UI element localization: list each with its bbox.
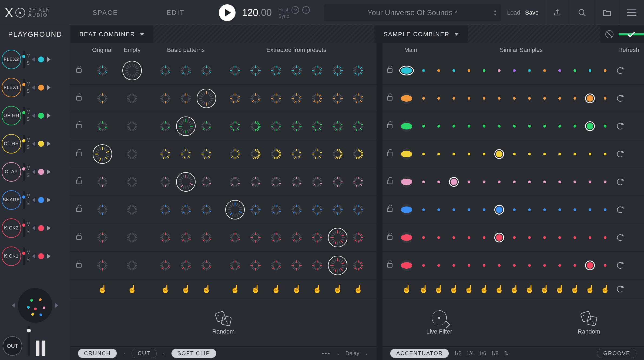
sample-dot[interactable] — [589, 153, 591, 155]
beat-pattern[interactable] — [270, 259, 283, 272]
sample-dot[interactable] — [437, 208, 440, 211]
beat-pattern[interactable] — [200, 148, 213, 161]
solo-button[interactable]: S — [26, 88, 31, 94]
beat-pattern[interactable] — [179, 203, 192, 216]
beat-pattern[interactable] — [290, 231, 303, 244]
sample-dot[interactable] — [558, 69, 561, 72]
fx-prev[interactable]: ‹ — [162, 350, 166, 356]
sample-dot[interactable] — [604, 236, 606, 239]
select-column-icon[interactable]: ☝ — [540, 285, 549, 294]
sample-dot[interactable] — [543, 153, 546, 155]
sample-dot[interactable] — [528, 264, 531, 267]
sample-dot[interactable] — [558, 125, 561, 128]
sample-dot[interactable] — [528, 181, 531, 183]
sample-dot[interactable] — [468, 97, 470, 100]
beat-pattern[interactable] — [200, 120, 213, 133]
lock-button[interactable] — [70, 68, 88, 73]
beat-pattern[interactable] — [290, 92, 303, 105]
beat-pattern[interactable] — [352, 64, 365, 77]
sample-dot[interactable] — [528, 69, 531, 72]
sample-dot[interactable] — [451, 179, 457, 185]
refresh-button[interactable]: Refresh — [618, 46, 644, 54]
beat-pattern[interactable] — [352, 231, 365, 244]
share-icon[interactable] — [545, 0, 569, 25]
select-column-icon[interactable]: ☝ — [464, 285, 474, 294]
beat-pattern[interactable] — [126, 120, 139, 133]
sample-dot[interactable] — [513, 208, 516, 211]
row-refresh-all[interactable] — [613, 286, 628, 292]
solo-button[interactable]: S — [26, 116, 31, 122]
sample-dot[interactable] — [496, 234, 502, 241]
beat-pattern[interactable] — [331, 175, 344, 188]
beat-pattern[interactable] — [311, 259, 324, 272]
track-volume-slider[interactable]: .track:nth-child(2) .track-slider::after… — [23, 79, 25, 96]
xy-next[interactable] — [55, 303, 58, 308]
sample-dot[interactable] — [558, 236, 561, 239]
beat-pattern[interactable] — [200, 231, 213, 244]
beat-pattern[interactable] — [159, 120, 172, 133]
lock-button[interactable] — [383, 152, 397, 156]
track-color-dot[interactable] — [38, 225, 44, 231]
lock-button[interactable] — [70, 208, 88, 212]
sample-dot[interactable] — [468, 264, 470, 267]
sample-dot[interactable] — [483, 153, 485, 155]
track-volume-slider[interactable]: .track:nth-child(7) .track-slider::after… — [23, 219, 25, 237]
sample-dot[interactable] — [452, 208, 455, 211]
track-prev[interactable] — [32, 85, 35, 90]
sample-dot[interactable] — [589, 208, 591, 211]
beat-pattern[interactable] — [229, 92, 242, 105]
sample-dot[interactable] — [528, 236, 531, 239]
more-icon[interactable]: ••• — [322, 350, 331, 356]
beat-pattern[interactable] — [229, 120, 242, 133]
beat-pattern[interactable] — [200, 203, 213, 216]
select-column-icon[interactable]: ☝ — [402, 285, 411, 294]
track-volume-slider[interactable]: .track:nth-child(3) .track-slider::after… — [23, 107, 25, 125]
beat-pattern[interactable] — [352, 148, 365, 161]
sample-dot[interactable] — [437, 153, 440, 155]
sample-dot[interactable] — [573, 153, 576, 155]
lock-button[interactable] — [383, 235, 397, 240]
beat-pattern[interactable] — [229, 259, 242, 272]
beat-pattern[interactable] — [179, 231, 192, 244]
sample-dot[interactable] — [452, 236, 455, 239]
row-refresh-button[interactable] — [613, 123, 628, 129]
fx-prev[interactable]: ‹ — [336, 350, 341, 356]
sample-dot[interactable] — [604, 125, 606, 128]
sample-dot[interactable] — [422, 208, 425, 211]
beat-pattern[interactable] — [311, 175, 324, 188]
sample-dot[interactable] — [573, 264, 576, 267]
beat-pattern[interactable] — [200, 175, 213, 188]
sample-dot[interactable] — [573, 97, 576, 100]
beat-pattern[interactable] — [311, 231, 324, 244]
sample-dot[interactable] — [589, 69, 591, 72]
beat-pattern[interactable] — [179, 64, 192, 77]
div-12[interactable]: 1/2 — [454, 350, 461, 356]
beat-pattern[interactable] — [328, 256, 347, 275]
track-color-dot[interactable] — [38, 85, 44, 91]
solo-button[interactable]: S — [26, 60, 31, 66]
fx-accentuator-chip[interactable]: ACCENTUATOR — [390, 349, 449, 358]
beat-pattern[interactable] — [96, 92, 109, 105]
random-sample-button[interactable]: Random — [578, 310, 600, 335]
tempo-display[interactable]: 120.00 — [242, 7, 272, 18]
fx-crunch-chip[interactable]: CRUNCH — [78, 349, 117, 358]
beat-pattern[interactable] — [159, 203, 172, 216]
beat-pattern[interactable] — [290, 175, 303, 188]
beat-pattern[interactable] — [249, 203, 262, 216]
beat-pattern[interactable] — [352, 259, 365, 272]
out-button[interactable]: OUT — [3, 336, 22, 356]
beat-pattern[interactable] — [352, 175, 365, 188]
beat-pattern[interactable] — [179, 148, 192, 161]
sample-dot[interactable] — [452, 125, 455, 128]
sample-dot[interactable] — [468, 181, 470, 183]
mute-button[interactable]: M — [26, 222, 31, 227]
lock-button[interactable] — [70, 263, 88, 268]
select-column-icon[interactable]: ☝ — [601, 285, 610, 294]
confirm-button[interactable] — [619, 33, 644, 35]
fx-next[interactable]: › — [122, 350, 127, 356]
beat-pattern[interactable] — [352, 120, 365, 133]
track-play[interactable] — [47, 225, 51, 231]
beat-pattern[interactable] — [200, 64, 213, 77]
track-color-dot[interactable] — [38, 197, 44, 203]
row-refresh-button[interactable] — [613, 206, 628, 213]
